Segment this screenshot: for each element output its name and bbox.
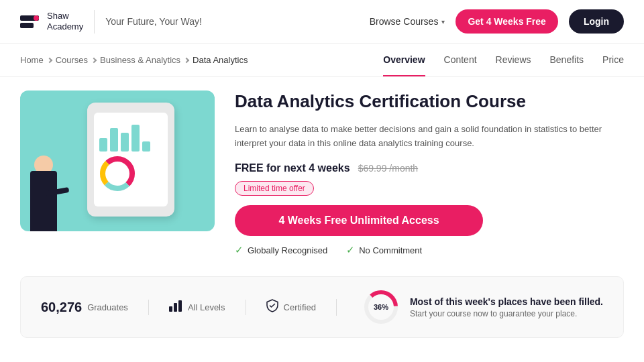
check-icon-2: ✓	[346, 244, 355, 256]
graduates-label: Graduates	[87, 302, 128, 312]
breadcrumb-home[interactable]: Home	[20, 55, 44, 65]
check-globally: ✓ Globally Recognised	[235, 244, 327, 256]
tab-nav: Overview Content Reviews Benefits Price	[383, 44, 624, 76]
shield-icon	[266, 299, 278, 316]
course-illustration	[20, 90, 215, 231]
course-image	[20, 90, 215, 231]
svg-rect-4	[169, 306, 172, 312]
cta-button[interactable]: 4 Weeks Free Unlimited Access	[235, 205, 483, 236]
breadcrumb-courses[interactable]: Courses	[56, 55, 88, 65]
check-icon-1: ✓	[235, 244, 244, 256]
price-row: FREE for next 4 weeks $69.99 /month	[235, 162, 624, 174]
donut-chart: 36%	[363, 289, 399, 325]
bar5	[142, 141, 150, 152]
header-divider	[94, 10, 95, 34]
bar3	[121, 133, 129, 152]
course-description: Learn to analyse data to make better dec…	[235, 123, 624, 151]
progress-title: Most of this week's places have been fil…	[410, 296, 603, 307]
bar1	[99, 138, 107, 152]
course-info: Data Analytics Certification Course Lear…	[235, 90, 624, 256]
logo-text: Shaw Academy	[47, 11, 83, 32]
browse-courses-label: Browse Courses	[370, 16, 439, 27]
main-content: Data Analytics Certification Course Lear…	[0, 77, 644, 269]
logo-subname: Academy	[47, 21, 83, 32]
tab-overview[interactable]: Overview	[383, 44, 425, 76]
breadcrumb-nav: Home Courses Business & Analytics Data A…	[0, 44, 644, 77]
stat-graduates: 60,276 Graduates	[41, 300, 149, 315]
svg-rect-5	[174, 303, 177, 312]
donut-text: 36%	[374, 303, 388, 311]
logo-bar1	[20, 15, 39, 21]
progress-info: Most of this week's places have been fil…	[410, 296, 603, 318]
bar-chart-icon	[169, 300, 182, 315]
graduates-count: 60,276	[41, 300, 82, 315]
tab-price[interactable]: Price	[602, 44, 624, 76]
logo-area: Shaw Academy	[20, 11, 83, 32]
check-label-2: No Commitment	[359, 245, 422, 255]
offer-badge: Limited time offer	[235, 181, 314, 196]
certified-label: Certified	[284, 302, 316, 312]
breadcrumb-sep3	[184, 57, 189, 62]
svg-rect-6	[178, 300, 182, 312]
stat-levels: All Levels	[169, 300, 246, 315]
bar2	[110, 128, 118, 152]
stat-certified: Certified	[266, 299, 337, 316]
header-right: Browse Courses ▾ Get 4 Weeks Free Login	[370, 9, 624, 34]
stats-bar: 60,276 Graduates All Levels Certified	[20, 276, 624, 338]
tab-benefits[interactable]: Benefits	[550, 44, 584, 76]
get-free-button[interactable]: Get 4 Weeks Free	[455, 9, 557, 34]
header: Shaw Academy Your Future, Your Way! Brow…	[0, 0, 644, 44]
progress-section: 36% Most of this week's places have been…	[363, 289, 603, 325]
logo-icon	[20, 15, 39, 28]
breadcrumb-sep2	[91, 57, 97, 62]
check-commitment: ✓ No Commitment	[346, 244, 422, 256]
breadcrumb: Home Courses Business & Analytics Data A…	[20, 55, 248, 65]
tablet-illustration	[87, 103, 174, 217]
logo-name: Shaw	[47, 11, 83, 21]
tagline: Your Future, Your Way!	[105, 16, 202, 27]
tab-reviews[interactable]: Reviews	[496, 44, 531, 76]
levels-label: All Levels	[188, 302, 225, 312]
tablet-screen	[94, 113, 168, 206]
pie-chart	[99, 156, 136, 192]
person-body	[30, 171, 57, 231]
chart-bars	[99, 118, 162, 152]
browse-caret-icon: ▾	[441, 18, 445, 25]
logo-bar2	[20, 23, 34, 28]
bar4	[131, 125, 140, 152]
course-title: Data Analytics Certification Course	[235, 90, 624, 113]
progress-sub: Start your course now to guarantee your …	[410, 309, 603, 318]
tab-content[interactable]: Content	[444, 44, 477, 76]
breadcrumb-current: Data Analytics	[193, 55, 248, 65]
breadcrumb-category[interactable]: Business & Analytics	[100, 55, 180, 65]
login-button[interactable]: Login	[569, 9, 624, 34]
checkmarks: ✓ Globally Recognised ✓ No Commitment	[235, 244, 624, 256]
free-label: FREE for next 4 weeks	[235, 162, 350, 174]
browse-courses-button[interactable]: Browse Courses ▾	[370, 16, 445, 27]
check-label-1: Globally Recognised	[248, 245, 327, 255]
old-price: $69.99 /month	[358, 163, 419, 174]
breadcrumb-sep1	[46, 57, 52, 62]
